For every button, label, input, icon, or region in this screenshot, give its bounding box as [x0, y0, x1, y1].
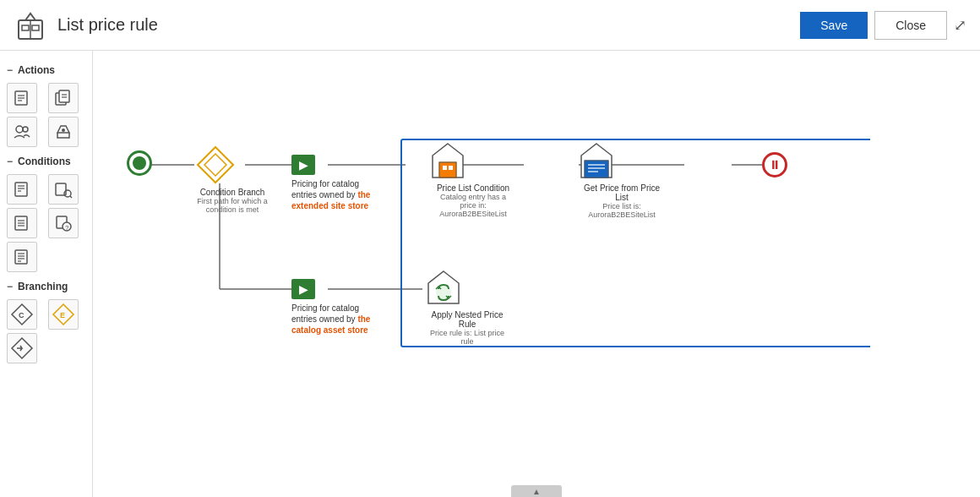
- sidebar: − Actions − Conditions: [0, 51, 93, 497]
- svg-point-13: [23, 127, 28, 132]
- save-button[interactable]: Save: [800, 12, 868, 39]
- svg-rect-54: [443, 166, 447, 170]
- get-price-label: Get Price from Price List: [580, 183, 664, 202]
- expand-icon[interactable]: ⤢: [954, 16, 966, 35]
- svg-text:C: C: [19, 311, 24, 320]
- stop-node[interactable]: ⏸: [762, 152, 787, 178]
- condition-branch-node[interactable]: Condition Branch First path for which a …: [194, 144, 270, 214]
- price-list-condition-sublabel: Catalog entry has a price in: AuroraB2BE…: [431, 193, 515, 218]
- action-arrow-1[interactable]: ▶ Pricing for catalog entries owned by t…: [291, 155, 384, 211]
- nested-price-sublabel: Price rule is: List price rule: [425, 329, 509, 346]
- svg-point-14: [62, 128, 65, 132]
- svg-rect-52: [439, 162, 456, 178]
- action-icon-3[interactable]: [7, 117, 37, 147]
- stop-circle: ⏸: [762, 152, 787, 178]
- price-list-condition-node[interactable]: Price List Condition Catalog entry has a…: [431, 142, 515, 218]
- flow-container: Condition Branch First path for which a …: [110, 68, 870, 473]
- branch-icon-1[interactable]: C: [7, 299, 37, 330]
- svg-rect-15: [15, 183, 27, 196]
- branch-icon-3[interactable]: [7, 333, 37, 363]
- svg-point-20: [64, 190, 71, 197]
- price-list-condition-label: Price List Condition: [431, 183, 515, 193]
- condition-branch-sublabel: First path for which a condition is met: [194, 197, 270, 214]
- svg-text:E: E: [60, 311, 65, 320]
- main-content: − Actions − Conditions: [0, 51, 980, 497]
- collapse-conditions-icon: −: [7, 156, 13, 167]
- sidebar-section-actions[interactable]: − Actions: [7, 64, 85, 76]
- start-node[interactable]: [127, 150, 152, 176]
- house-orange-icon: [431, 142, 465, 179]
- conditions-label: Conditions: [18, 156, 71, 167]
- svg-rect-55: [449, 166, 453, 170]
- collapse-actions-icon: −: [7, 64, 13, 76]
- header: List price rule Save Close ⤢: [0, 0, 980, 51]
- get-price-node[interactable]: Get Price from Price List Price list is:…: [580, 142, 664, 219]
- start-circle: [127, 150, 152, 176]
- nested-price-label: Apply Nested Price Rule: [425, 310, 509, 329]
- condition-icon-5[interactable]: [7, 242, 37, 272]
- nested-icon: [425, 269, 462, 306]
- action-arrow-2[interactable]: ▶ Pricing for catalog entries owned by t…: [291, 279, 384, 336]
- conditions-icons: ?: [7, 174, 85, 272]
- app-icon: [14, 8, 47, 42]
- svg-line-21: [70, 196, 72, 198]
- sidebar-section-branching[interactable]: − Branching: [7, 281, 85, 292]
- svg-text:?: ?: [65, 224, 69, 232]
- svg-marker-49: [198, 147, 233, 183]
- scroll-handle[interactable]: ▲: [511, 485, 562, 497]
- collapse-branching-icon: −: [7, 281, 13, 292]
- condition-icon-2[interactable]: [48, 174, 79, 205]
- page-title: List price rule: [57, 15, 800, 35]
- scroll-up-icon: ▲: [532, 487, 541, 496]
- house-blue-icon: [580, 142, 613, 179]
- actions-icons: [7, 83, 85, 147]
- diamond-icon: [196, 145, 235, 184]
- svg-rect-2: [22, 25, 29, 30]
- action-icon-1[interactable]: [7, 83, 37, 113]
- action-icon-2[interactable]: [48, 83, 79, 113]
- condition-branch-label: Condition Branch: [194, 188, 270, 197]
- action2-text: Pricing for catalog entries owned by the…: [291, 303, 384, 336]
- svg-rect-29: [15, 250, 27, 264]
- condition-icon-1[interactable]: [7, 174, 37, 205]
- start-circle-inner: [133, 156, 146, 170]
- canvas-area[interactable]: Condition Branch First path for which a …: [93, 51, 980, 497]
- actions-label: Actions: [18, 64, 55, 76]
- svg-point-12: [16, 126, 23, 133]
- close-button[interactable]: Close: [874, 11, 947, 40]
- condition-icon-4[interactable]: ?: [48, 208, 79, 238]
- sidebar-section-conditions[interactable]: − Conditions: [7, 156, 85, 167]
- action-icon-4[interactable]: [48, 117, 79, 147]
- svg-rect-3: [32, 25, 39, 30]
- svg-rect-57: [585, 161, 608, 178]
- stop-icon: ⏸: [769, 158, 781, 172]
- action1-text: Pricing for catalog entries owned by the…: [291, 178, 384, 211]
- svg-rect-9: [59, 90, 69, 102]
- branch-icon-2[interactable]: E: [48, 299, 79, 330]
- branching-icons: C E: [7, 299, 85, 363]
- condition-icon-3[interactable]: [7, 208, 37, 238]
- get-price-sublabel: Price list is: AuroraB2BESiteList: [580, 202, 664, 219]
- branching-label: Branching: [18, 281, 68, 292]
- nested-price-rule-node[interactable]: Apply Nested Price Rule Price rule is: L…: [425, 269, 509, 346]
